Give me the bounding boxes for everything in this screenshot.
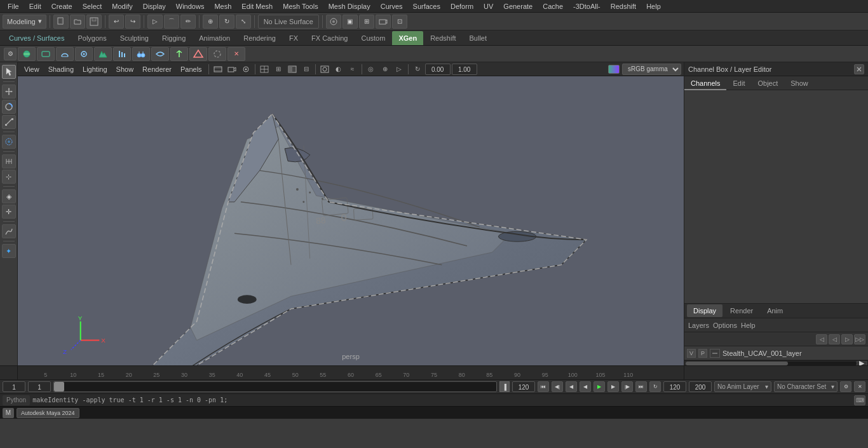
- maya-icon[interactable]: M: [3, 408, 14, 418]
- xgen-btn-5[interactable]: [94, 47, 112, 61]
- xgen-btn-7[interactable]: [132, 47, 150, 61]
- scale-btn[interactable]: ⤡: [236, 15, 251, 29]
- vp-refresh-icon[interactable]: ↻: [411, 64, 424, 75]
- xgen-btn-10[interactable]: [189, 47, 207, 61]
- tab-rigging[interactable]: Rigging: [156, 31, 192, 45]
- menu-help[interactable]: Help: [641, 0, 666, 13]
- vp-grid-icon[interactable]: [258, 64, 271, 75]
- menu-edit-mesh[interactable]: Edit Mesh: [236, 0, 278, 13]
- soft-select-btn[interactable]: [2, 135, 16, 149]
- layer-visibility-p[interactable]: P: [698, 349, 707, 358]
- xgen-btn-2[interactable]: [37, 47, 55, 61]
- render-btn[interactable]: [326, 15, 341, 29]
- menu-select[interactable]: Select: [78, 0, 107, 13]
- xgen-btn-9[interactable]: [170, 47, 188, 61]
- frame-slider[interactable]: [53, 381, 497, 392]
- snap-curve-btn[interactable]: ⊹: [2, 170, 16, 184]
- vp-menu-panels[interactable]: Panels: [177, 63, 206, 76]
- menu-redshift[interactable]: Redshift: [606, 0, 641, 13]
- vp-wire-icon[interactable]: ⊟: [300, 64, 313, 75]
- snap-grid-btn[interactable]: [2, 154, 16, 168]
- vp-value1[interactable]: 0.00: [425, 64, 451, 75]
- menu-modify[interactable]: Modify: [107, 0, 137, 13]
- dt-tab-display[interactable]: Display: [687, 304, 722, 317]
- vp-film-icon[interactable]: [212, 64, 224, 75]
- right-scrollbar[interactable]: ▶: [684, 360, 868, 365]
- scroll-thumb[interactable]: [686, 362, 788, 365]
- new-scene-btn[interactable]: [53, 15, 69, 29]
- end-frame-right[interactable]: 120: [663, 381, 686, 392]
- no-live-surface[interactable]: No Live Surface: [258, 15, 319, 29]
- vp-camera-icon[interactable]: [226, 64, 238, 75]
- xgen-btn-8[interactable]: [151, 47, 169, 61]
- vp-menu-view[interactable]: View: [20, 63, 43, 76]
- transport-loop[interactable]: ↻: [649, 381, 661, 392]
- menu-display[interactable]: Display: [138, 0, 171, 13]
- open-scene-btn[interactable]: [70, 15, 85, 29]
- vp-menu-lighting[interactable]: Lighting: [79, 63, 111, 76]
- lo-help[interactable]: Help: [741, 322, 756, 329]
- xgen-btn-11[interactable]: [208, 47, 226, 61]
- xgen-icon-btn[interactable]: ✦: [2, 244, 16, 258]
- menu-create[interactable]: Create: [46, 0, 78, 13]
- start-frame-left[interactable]: 1: [3, 381, 25, 392]
- slider-handle[interactable]: [54, 382, 64, 391]
- vp-hud-icon[interactable]: [318, 64, 331, 75]
- layer-btn-2[interactable]: ◁: [829, 334, 840, 344]
- tab-bullet[interactable]: Bullet: [463, 31, 494, 45]
- vp-menu-shading[interactable]: Shading: [44, 63, 78, 76]
- paint-select-btn[interactable]: ✏: [180, 15, 196, 29]
- menu-3dtall[interactable]: -3DtoAll-: [568, 0, 606, 13]
- xgen-btn-6[interactable]: [113, 47, 131, 61]
- vp-shaded-icon[interactable]: [286, 64, 299, 75]
- menu-edit[interactable]: Edit: [24, 0, 46, 13]
- mode-dropdown[interactable]: Modeling ▾: [3, 15, 46, 29]
- menu-file[interactable]: File: [3, 0, 24, 13]
- end-frame-left[interactable]: 120: [512, 381, 535, 392]
- tab-polygons[interactable]: Polygons: [71, 31, 112, 45]
- scale-tool-btn[interactable]: [2, 115, 16, 129]
- tab-object[interactable]: Object: [751, 76, 784, 90]
- menu-curves[interactable]: Curves: [376, 0, 408, 13]
- transport-next-key[interactable]: |▶: [621, 381, 633, 392]
- menu-generate[interactable]: Generate: [498, 0, 538, 13]
- tab-rendering[interactable]: Rendering: [237, 31, 282, 45]
- lo-layers[interactable]: Layers: [688, 322, 709, 329]
- menu-mesh[interactable]: Mesh: [209, 0, 236, 13]
- vp-pivot-icon[interactable]: ⊕: [379, 64, 391, 75]
- xgen-btn-3[interactable]: [56, 47, 74, 61]
- tab-fx-caching[interactable]: FX Caching: [305, 31, 354, 45]
- ipr-btn[interactable]: ▣: [342, 15, 358, 29]
- xgen-btn-12[interactable]: ✕: [227, 47, 245, 61]
- vp-menu-show[interactable]: Show: [112, 63, 138, 76]
- transport-go-start[interactable]: ⏮: [538, 381, 549, 392]
- select-mode-btn[interactable]: [2, 65, 16, 79]
- lo-options[interactable]: Options: [713, 322, 737, 329]
- menu-windows[interactable]: Windows: [171, 0, 210, 13]
- layer-display-mode[interactable]: [710, 349, 720, 358]
- rotate-tool-btn[interactable]: [2, 100, 16, 114]
- select-tool-btn[interactable]: ▷: [147, 15, 163, 29]
- vp-frame-icon[interactable]: ⊞: [272, 64, 285, 75]
- viewport-btn[interactable]: ⊡: [392, 15, 407, 29]
- sculpt-tools-btn[interactable]: [2, 224, 16, 238]
- vp-ao-icon[interactable]: ◐: [332, 64, 345, 75]
- settings-icon[interactable]: ⚙: [4, 48, 17, 60]
- cam-btn[interactable]: [376, 15, 391, 29]
- transform-constraints-btn[interactable]: ◈: [2, 189, 16, 203]
- tab-fx[interactable]: FX: [283, 31, 304, 45]
- tab-show[interactable]: Show: [784, 76, 815, 90]
- menu-surfaces[interactable]: Surfaces: [408, 0, 445, 13]
- panel-close-btn[interactable]: [854, 64, 864, 74]
- tab-sculpting[interactable]: Sculpting: [114, 31, 155, 45]
- char-set-extra[interactable]: ✕: [854, 381, 865, 392]
- tab-curves-surfaces[interactable]: Curves / Surfaces: [3, 31, 71, 45]
- tab-redshift[interactable]: Redshift: [424, 31, 462, 45]
- script-editor-toggle[interactable]: ⌨: [854, 395, 865, 405]
- vp-render-icon[interactable]: [240, 64, 252, 75]
- transport-play-fwd[interactable]: ▶: [593, 381, 605, 392]
- layer-btn-1[interactable]: ◁: [816, 334, 827, 344]
- current-frame[interactable]: 1: [28, 381, 51, 392]
- dt-tab-anim[interactable]: Anim: [761, 304, 789, 317]
- timeline-ruler[interactable]: 5101520253035404550556065707580859095100…: [18, 365, 684, 379]
